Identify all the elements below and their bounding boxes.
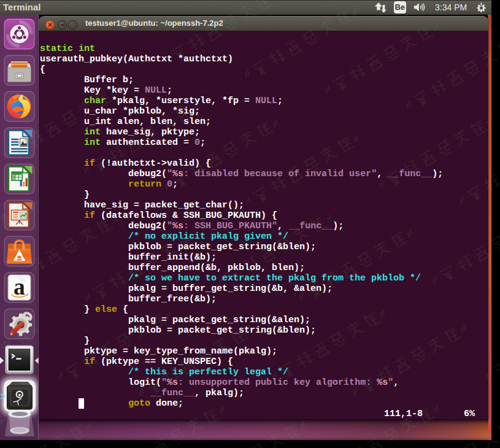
- svg-text:a: a: [13, 274, 25, 299]
